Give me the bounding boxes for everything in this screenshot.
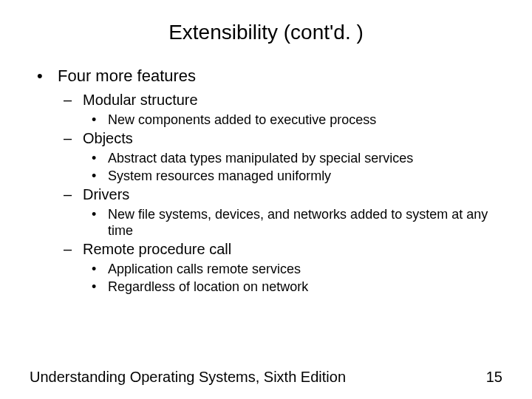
level2-item: – Objects — [64, 130, 502, 147]
level3-item: • New components added to executive proc… — [92, 112, 502, 129]
level1-item: • Four more features — [37, 66, 502, 86]
level2-item: – Remote procedure call — [64, 241, 502, 258]
level2-text: Remote procedure call — [83, 241, 231, 258]
level3-text: Abstract data types manipulated by speci… — [108, 150, 413, 167]
level3-text: System resources managed uniformly — [108, 168, 331, 185]
slide-title: Extensibility (cont'd. ) — [30, 21, 502, 44]
level3-text: Application calls remote services — [108, 261, 301, 278]
level3-item: • Regardless of location on network — [92, 279, 502, 296]
level3-item: • New file systems, devices, and network… — [92, 206, 502, 239]
dash-icon: – — [64, 241, 83, 258]
bullet-icon: • — [92, 150, 108, 167]
slide-body: • Four more features – Modular structure… — [30, 66, 502, 296]
level2-item: – Modular structure — [64, 92, 502, 109]
dash-icon: – — [64, 186, 83, 203]
page-number: 15 — [486, 369, 502, 386]
bullet-icon: • — [92, 206, 108, 239]
dash-icon: – — [64, 130, 83, 147]
bullet-icon: • — [92, 279, 108, 296]
level3-text: New file systems, devices, and networks … — [108, 206, 502, 239]
dash-icon: – — [64, 92, 83, 109]
level3-text: Regardless of location on network — [108, 279, 308, 296]
level3-item: • Abstract data types manipulated by spe… — [92, 150, 502, 167]
level2-text: Drivers — [83, 186, 129, 203]
footer-text: Understanding Operating Systems, Sixth E… — [30, 369, 346, 386]
level3-item: • System resources managed uniformly — [92, 168, 502, 185]
level3-text: New components added to executive proces… — [108, 112, 376, 129]
level2-text: Objects — [83, 130, 133, 147]
bullet-icon: • — [92, 168, 108, 185]
slide-footer: Understanding Operating Systems, Sixth E… — [30, 369, 502, 386]
level2-item: – Drivers — [64, 186, 502, 203]
level3-item: • Application calls remote services — [92, 261, 502, 278]
bullet-icon: • — [92, 112, 108, 129]
bullet-icon: • — [92, 261, 108, 278]
level2-text: Modular structure — [83, 92, 198, 109]
level1-text: Four more features — [58, 66, 196, 86]
bullet-icon: • — [37, 66, 58, 86]
